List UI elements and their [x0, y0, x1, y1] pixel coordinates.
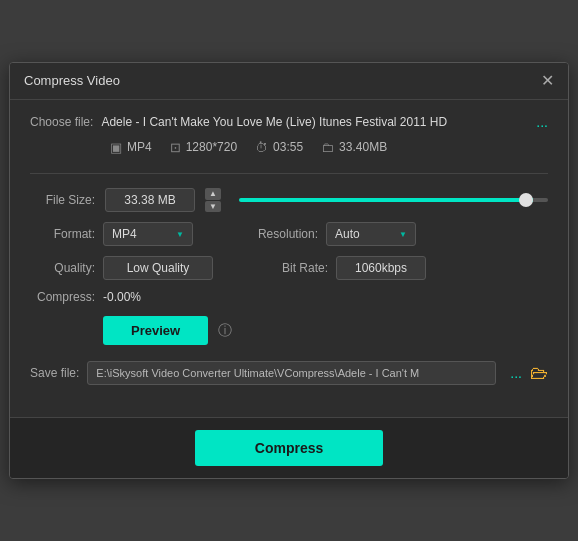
bottom-bar: Compress: [10, 417, 568, 478]
format-dropdown[interactable]: MP4 ▼: [103, 222, 193, 246]
save-file-row: Save file: E:\iSkysoft Video Converter U…: [30, 361, 548, 385]
resolution-icon: ⊡: [170, 140, 181, 155]
format-label: Format:: [30, 227, 95, 241]
compress-main-button[interactable]: Compress: [195, 430, 383, 466]
quality-button[interactable]: Low Quality: [103, 256, 213, 280]
meta-format: ▣ MP4: [110, 140, 152, 155]
resolution-row: Resolution: Auto ▼: [243, 222, 416, 246]
format-dropdown-arrow: ▼: [176, 230, 184, 239]
file-path-text: Adele - I Can't Make You Love Me (Live) …: [101, 115, 530, 129]
resolution-label: Resolution:: [243, 227, 318, 241]
meta-duration: ⏱ 03:55: [255, 140, 303, 155]
resolution-dropdown-arrow: ▼: [399, 230, 407, 239]
format-value: MP4: [112, 227, 137, 241]
spin-down-button[interactable]: ▼: [205, 201, 221, 213]
info-icon: ⓘ: [218, 322, 232, 340]
save-more-button[interactable]: ...: [510, 365, 522, 381]
folder-icon: 🗀: [321, 140, 334, 155]
dialog-title: Compress Video: [24, 73, 120, 88]
close-button[interactable]: ✕: [541, 73, 554, 89]
title-bar: Compress Video ✕: [10, 63, 568, 100]
film-icon: ▣: [110, 140, 122, 155]
bitrate-row: Bit Rate: 1060kbps: [263, 256, 426, 280]
choose-file-label: Choose file:: [30, 115, 93, 129]
compress-row: Compress: -0.00%: [30, 290, 548, 304]
bitrate-value: 1060kbps: [336, 256, 426, 280]
save-folder-button[interactable]: 🗁: [530, 363, 548, 384]
spin-up-button[interactable]: ▲: [205, 188, 221, 200]
resolution-value: Auto: [335, 227, 360, 241]
file-meta-row: ▣ MP4 ⊡ 1280*720 ⏱ 03:55 🗀 33.40MB: [30, 140, 548, 155]
format-row: Format: MP4 ▼: [30, 222, 193, 246]
choose-file-more-button[interactable]: ...: [536, 114, 548, 130]
choose-file-row: Choose file: Adele - I Can't Make You Lo…: [30, 114, 548, 130]
filesize-slider[interactable]: [239, 198, 548, 202]
meta-filesize-value: 33.40MB: [339, 140, 387, 154]
meta-filesize: 🗀 33.40MB: [321, 140, 387, 155]
quality-row: Quality: Low Quality: [30, 256, 213, 280]
meta-resolution: ⊡ 1280*720: [170, 140, 237, 155]
preview-row: Preview ⓘ: [30, 316, 548, 345]
filesize-spinner: ▲ ▼: [205, 188, 221, 212]
filesize-label: File Size:: [30, 193, 95, 207]
dialog-content: Choose file: Adele - I Can't Make You Lo…: [10, 100, 568, 417]
bitrate-label: Bit Rate:: [263, 261, 328, 275]
compress-label: Compress:: [30, 290, 95, 304]
save-file-label: Save file:: [30, 366, 79, 380]
compress-video-dialog: Compress Video ✕ Choose file: Adele - I …: [9, 62, 569, 479]
clock-icon: ⏱: [255, 140, 268, 155]
meta-format-value: MP4: [127, 140, 152, 154]
save-file-path: E:\iSkysoft Video Converter Ultimate\VCo…: [87, 361, 496, 385]
quality-label: Quality:: [30, 261, 95, 275]
compress-value: -0.00%: [103, 290, 141, 304]
meta-resolution-value: 1280*720: [186, 140, 237, 154]
divider: [30, 173, 548, 174]
preview-button[interactable]: Preview: [103, 316, 208, 345]
meta-duration-value: 03:55: [273, 140, 303, 154]
resolution-dropdown[interactable]: Auto ▼: [326, 222, 416, 246]
filesize-input[interactable]: [105, 188, 195, 212]
